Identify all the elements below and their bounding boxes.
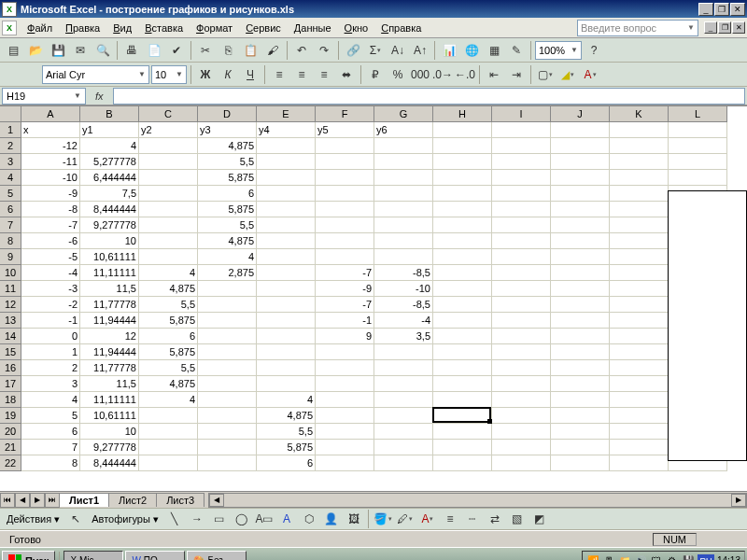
chart-wizard-button[interactable]: 📊 xyxy=(439,40,459,61)
open-button[interactable]: 📂 xyxy=(25,40,46,61)
print-preview-button[interactable]: 📄 xyxy=(144,40,164,61)
cell[interactable] xyxy=(492,170,551,186)
col-header-L[interactable]: L xyxy=(669,106,727,122)
cell[interactable]: 6 xyxy=(139,329,198,344)
row-header-21[interactable]: 21 xyxy=(0,440,21,455)
cell[interactable] xyxy=(492,455,551,471)
cell[interactable] xyxy=(551,408,610,424)
italic-button[interactable]: К xyxy=(218,64,238,85)
copy-button[interactable]: ⎘ xyxy=(218,40,238,61)
cell[interactable] xyxy=(492,122,551,138)
cell[interactable] xyxy=(374,138,433,154)
cell[interactable] xyxy=(139,202,198,217)
undo-button[interactable]: ↶ xyxy=(291,40,312,61)
cell[interactable] xyxy=(492,217,551,233)
cell[interactable] xyxy=(610,122,669,138)
cell[interactable] xyxy=(551,424,610,440)
sheet-tab-Лист2[interactable]: Лист2 xyxy=(108,493,157,507)
col-header-C[interactable]: C xyxy=(139,106,198,122)
row-header-11[interactable]: 11 xyxy=(0,281,21,297)
cell[interactable] xyxy=(374,408,433,424)
hyperlink-button[interactable]: 🔗 xyxy=(343,40,363,61)
cell[interactable] xyxy=(198,408,257,424)
cell[interactable]: -1 xyxy=(21,313,80,329)
cell[interactable] xyxy=(492,202,551,217)
cell[interactable] xyxy=(374,344,433,360)
cell[interactable] xyxy=(374,217,433,233)
cell[interactable] xyxy=(610,344,669,360)
cell[interactable]: 11,77778 xyxy=(80,360,139,376)
cell[interactable] xyxy=(257,360,316,376)
cell[interactable] xyxy=(433,392,492,408)
cell[interactable]: 4 xyxy=(139,265,198,281)
cell[interactable] xyxy=(374,440,433,455)
actions-menu[interactable]: Действия ▾ xyxy=(3,513,63,525)
wordart-button[interactable]: A xyxy=(276,509,297,529)
cell[interactable] xyxy=(139,440,198,455)
cell[interactable] xyxy=(610,281,669,297)
cell[interactable] xyxy=(551,281,610,297)
row-header-1[interactable]: 1 xyxy=(0,122,21,138)
cell[interactable] xyxy=(610,313,669,329)
cell[interactable]: 4,875 xyxy=(139,281,198,297)
cell[interactable] xyxy=(551,329,610,344)
taskbar-app-paint[interactable]: 🎨Без… xyxy=(187,551,247,561)
cell[interactable] xyxy=(433,154,492,170)
line-style-button[interactable]: ≡ xyxy=(440,509,460,529)
cell[interactable]: 4 xyxy=(80,138,139,154)
cell[interactable] xyxy=(257,297,316,313)
cell[interactable]: 10 xyxy=(80,233,139,249)
cell[interactable] xyxy=(551,440,610,455)
cell[interactable]: -2 xyxy=(21,297,80,313)
scroll-left-button[interactable]: ◀ xyxy=(209,494,224,507)
row-header-7[interactable]: 7 xyxy=(0,217,21,233)
cell[interactable] xyxy=(198,360,257,376)
cell[interactable] xyxy=(610,233,669,249)
cell[interactable] xyxy=(374,233,433,249)
cell[interactable] xyxy=(492,313,551,329)
3d-button[interactable]: ◩ xyxy=(529,509,550,529)
doc-restore-button[interactable]: ❐ xyxy=(718,21,731,34)
taskbar-app-excel[interactable]: XMic… xyxy=(63,551,123,561)
cell[interactable]: 7,5 xyxy=(80,186,139,202)
cell[interactable]: 4 xyxy=(139,392,198,408)
cell[interactable]: 0 xyxy=(21,329,80,344)
cell[interactable] xyxy=(433,329,492,344)
cell[interactable]: 4,875 xyxy=(139,376,198,392)
cell[interactable] xyxy=(492,249,551,265)
cell[interactable] xyxy=(374,455,433,471)
cell[interactable]: -12 xyxy=(21,138,80,154)
cell[interactable] xyxy=(492,329,551,344)
cell[interactable] xyxy=(551,233,610,249)
cell[interactable] xyxy=(257,281,316,297)
doc-minimize-button[interactable]: _ xyxy=(704,21,717,34)
cell[interactable] xyxy=(257,154,316,170)
cell[interactable]: 6 xyxy=(257,455,316,471)
cell[interactable] xyxy=(198,313,257,329)
rectangle-button[interactable]: ▭ xyxy=(209,509,230,529)
cell[interactable]: 10,61111 xyxy=(80,408,139,424)
cell[interactable] xyxy=(139,408,198,424)
cell[interactable]: -1 xyxy=(316,313,374,329)
cell[interactable] xyxy=(316,233,374,249)
cell[interactable]: 12 xyxy=(80,329,139,344)
font-color-button[interactable]: A xyxy=(580,64,600,85)
cell[interactable]: y1 xyxy=(80,122,139,138)
drawing-button[interactable]: ✎ xyxy=(506,40,527,61)
cell[interactable] xyxy=(610,186,669,202)
cell[interactable] xyxy=(610,170,669,186)
cell[interactable]: 9,277778 xyxy=(80,440,139,455)
menu-Справка[interactable]: Справка xyxy=(374,21,428,35)
menu-Окно[interactable]: Окно xyxy=(338,21,375,35)
cell[interactable]: 11,94444 xyxy=(80,313,139,329)
cell[interactable] xyxy=(610,249,669,265)
cell[interactable] xyxy=(257,170,316,186)
cell[interactable] xyxy=(257,265,316,281)
cell[interactable] xyxy=(492,233,551,249)
name-box[interactable]: H19▼ xyxy=(2,88,86,105)
cell[interactable]: -7 xyxy=(316,297,374,313)
cell[interactable] xyxy=(610,265,669,281)
cell[interactable] xyxy=(551,376,610,392)
cell[interactable] xyxy=(492,424,551,440)
menu-Сервис[interactable]: Сервис xyxy=(239,21,288,35)
